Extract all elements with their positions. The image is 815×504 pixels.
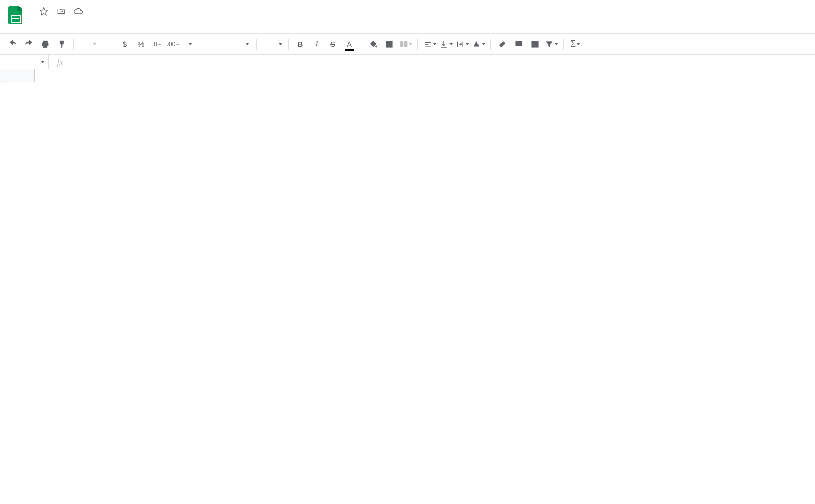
- separator: [73, 39, 74, 50]
- more-formats-button[interactable]: [182, 37, 198, 52]
- vertical-align-button[interactable]: [438, 37, 454, 52]
- zoom-select[interactable]: [78, 43, 108, 45]
- print-button[interactable]: [38, 37, 53, 52]
- separator: [417, 39, 418, 50]
- separator: [113, 39, 113, 50]
- italic-button[interactable]: I: [309, 37, 324, 52]
- separator: [490, 39, 491, 50]
- percent-button[interactable]: %: [133, 37, 149, 52]
- separator: [202, 39, 202, 50]
- decrease-decimal-button[interactable]: .0←: [150, 37, 165, 52]
- select-all-corner[interactable]: [0, 69, 35, 82]
- svg-rect-20: [536, 42, 537, 46]
- menu-file[interactable]: [29, 25, 37, 29]
- menu-view[interactable]: [49, 25, 57, 29]
- move-folder-icon[interactable]: [56, 6, 66, 16]
- filter-button[interactable]: [544, 37, 559, 52]
- svg-rect-18: [533, 44, 534, 46]
- currency-button[interactable]: $: [117, 37, 132, 52]
- undo-button[interactable]: [5, 37, 20, 52]
- menu-data[interactable]: [79, 25, 88, 29]
- menu-edit[interactable]: [39, 25, 47, 29]
- menu-help[interactable]: [110, 25, 118, 29]
- fx-icon: fx: [49, 55, 71, 69]
- svg-rect-6: [405, 41, 407, 47]
- separator: [288, 39, 289, 50]
- star-icon[interactable]: [39, 6, 49, 16]
- cloud-saved-icon[interactable]: [73, 6, 83, 16]
- strikethrough-button[interactable]: S: [325, 37, 341, 52]
- text-color-button[interactable]: A: [342, 37, 357, 52]
- menu-insert[interactable]: [59, 25, 67, 29]
- paint-format-button[interactable]: [54, 37, 69, 52]
- svg-point-1: [376, 46, 377, 47]
- insert-link-button[interactable]: [495, 37, 510, 52]
- fill-color-button[interactable]: [366, 37, 381, 52]
- horizontal-align-button[interactable]: [422, 37, 437, 52]
- separator: [361, 39, 361, 50]
- text-wrap-button[interactable]: [455, 37, 470, 52]
- text-rotation-button[interactable]: [471, 37, 486, 52]
- svg-rect-19: [535, 43, 536, 46]
- increase-decimal-button[interactable]: .00→: [166, 37, 181, 52]
- sheets-logo[interactable]: [4, 4, 26, 26]
- name-box[interactable]: [0, 55, 49, 69]
- menu-tools[interactable]: [90, 25, 98, 29]
- separator: [563, 39, 564, 50]
- insert-comment-button[interactable]: [511, 37, 526, 52]
- functions-button[interactable]: Σ: [568, 37, 583, 52]
- bold-button[interactable]: B: [293, 37, 308, 52]
- merge-cells-button[interactable]: [398, 37, 413, 52]
- insert-chart-button[interactable]: [527, 37, 543, 52]
- font-select[interactable]: [206, 43, 252, 45]
- font-size-select[interactable]: [261, 43, 284, 45]
- redo-button[interactable]: [21, 37, 37, 52]
- borders-button[interactable]: [382, 37, 397, 52]
- menu-addons[interactable]: [100, 25, 108, 29]
- svg-rect-5: [400, 41, 403, 47]
- menu-format[interactable]: [69, 25, 77, 29]
- separator: [256, 39, 257, 50]
- svg-marker-0: [40, 8, 48, 15]
